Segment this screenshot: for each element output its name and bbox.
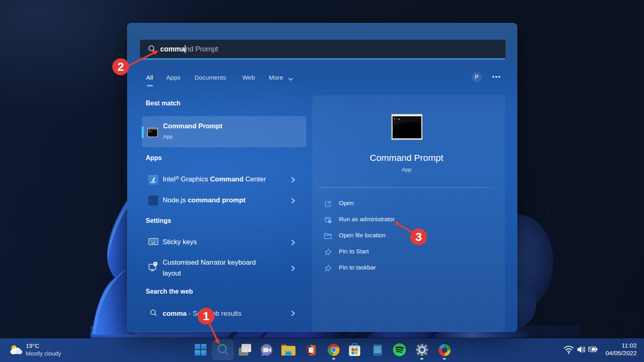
svg-text:C:\: C:\ [394, 117, 399, 121]
